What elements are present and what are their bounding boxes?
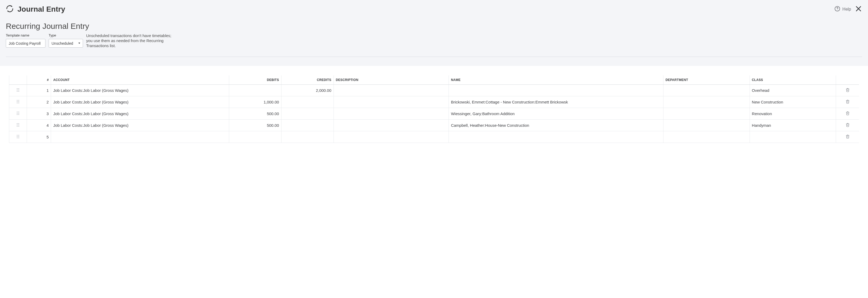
page-title: Journal Entry [18, 5, 65, 13]
cell-debits[interactable] [229, 85, 281, 96]
section-title: Recurring Journal Entry [6, 22, 862, 31]
svg-point-22 [19, 114, 19, 115]
col-class: CLASS [750, 75, 836, 85]
cell-name[interactable] [449, 131, 663, 143]
svg-point-29 [17, 135, 18, 136]
drag-handle[interactable] [9, 96, 27, 108]
journal-lines-table: # ACCOUNT DEBITS CREDITS DESCRIPTION NAM… [9, 75, 859, 143]
cell-debits[interactable] [229, 131, 281, 143]
svg-point-19 [17, 113, 18, 114]
cell-class[interactable]: Handyman [750, 119, 836, 131]
col-name: NAME [449, 75, 663, 85]
grip-icon [17, 111, 20, 116]
delete-row-button[interactable] [836, 96, 859, 108]
cell-name[interactable]: Wiessinger, Gary:Bathroom Addition [449, 108, 663, 119]
cell-class[interactable]: Overhead [750, 85, 836, 96]
trash-icon [845, 135, 850, 139]
svg-point-18 [19, 112, 19, 112]
svg-point-17 [17, 112, 18, 112]
cell-description[interactable] [334, 85, 449, 96]
drag-handle[interactable] [9, 85, 27, 96]
cell-description[interactable] [334, 131, 449, 143]
delete-row-button[interactable] [836, 119, 859, 131]
cell-num[interactable]: 5 [27, 131, 51, 143]
trash-icon [845, 100, 850, 105]
table-row[interactable]: 4Job Labor Costs:Job Labor (Gross Wages)… [9, 119, 859, 131]
svg-point-34 [19, 138, 19, 138]
svg-point-11 [17, 100, 18, 101]
delete-row-button[interactable] [836, 108, 859, 119]
grip-icon [17, 88, 20, 92]
svg-point-27 [17, 126, 18, 127]
cell-description[interactable] [334, 119, 449, 131]
cell-credits[interactable] [281, 131, 334, 143]
help-label: Help [842, 7, 851, 12]
cell-description[interactable] [334, 108, 449, 119]
svg-point-31 [17, 136, 18, 137]
cell-class[interactable] [750, 131, 836, 143]
cell-name[interactable]: Brickowski, Emmet:Cottage - New Construc… [449, 96, 663, 108]
type-hint: Unscheduled transactions don't have time… [86, 33, 174, 49]
col-debits: DEBITS [229, 75, 281, 85]
delete-row-button[interactable] [836, 85, 859, 96]
cell-description[interactable] [334, 96, 449, 108]
svg-point-13 [17, 101, 18, 102]
cell-account[interactable]: Job Labor Costs:Job Labor (Gross Wages) [51, 119, 229, 131]
cell-name[interactable] [449, 85, 663, 96]
cell-department[interactable] [663, 131, 750, 143]
drag-handle[interactable] [9, 131, 27, 143]
cell-num[interactable]: 4 [27, 119, 51, 131]
cell-debits[interactable]: 500.00 [229, 119, 281, 131]
cell-department[interactable] [663, 108, 750, 119]
col-num: # [27, 75, 51, 85]
cell-account[interactable]: Job Labor Costs:Job Labor (Gross Wages) [51, 96, 229, 108]
svg-point-24 [19, 123, 19, 124]
cell-name[interactable]: Campbell, Heather:House-New Construction [449, 119, 663, 131]
close-button[interactable] [855, 5, 862, 13]
delete-row-button[interactable] [836, 131, 859, 143]
cell-num[interactable]: 3 [27, 108, 51, 119]
table-row[interactable]: 5 [9, 131, 859, 143]
col-account: ACCOUNT [51, 75, 229, 85]
recurring-icon [6, 5, 14, 14]
drag-handle[interactable] [9, 119, 27, 131]
svg-point-5 [17, 88, 18, 89]
cell-credits[interactable] [281, 119, 334, 131]
svg-point-23 [17, 123, 18, 124]
cell-num[interactable]: 2 [27, 96, 51, 108]
svg-point-10 [19, 91, 19, 92]
cell-debits[interactable]: 500.00 [229, 108, 281, 119]
table-row[interactable]: 3Job Labor Costs:Job Labor (Gross Wages)… [9, 108, 859, 119]
cell-department[interactable] [663, 96, 750, 108]
cell-credits[interactable]: 2,000.00 [281, 85, 334, 96]
cell-account[interactable] [51, 131, 229, 143]
cell-debits[interactable]: 1,000.00 [229, 96, 281, 108]
cell-account[interactable]: Job Labor Costs:Job Labor (Gross Wages) [51, 85, 229, 96]
cell-class[interactable]: Renovation [750, 108, 836, 119]
cell-department[interactable] [663, 85, 750, 96]
help-link[interactable]: Help [834, 6, 851, 13]
trash-icon [845, 88, 850, 93]
col-credits: CREDITS [281, 75, 334, 85]
cell-account[interactable]: Job Labor Costs:Job Labor (Gross Wages) [51, 108, 229, 119]
svg-point-7 [17, 90, 18, 90]
drag-handle[interactable] [9, 108, 27, 119]
type-value: Unscheduled [52, 41, 73, 46]
cell-num[interactable]: 1 [27, 85, 51, 96]
template-name-input[interactable] [6, 39, 45, 48]
col-trash [836, 75, 859, 85]
svg-point-28 [19, 126, 19, 127]
cell-credits[interactable] [281, 96, 334, 108]
svg-point-12 [19, 100, 19, 101]
svg-point-20 [19, 113, 19, 114]
type-select[interactable]: Unscheduled [49, 39, 83, 48]
svg-point-33 [17, 138, 18, 138]
cell-credits[interactable] [281, 108, 334, 119]
cell-class[interactable]: New Construction [750, 96, 836, 108]
svg-point-14 [19, 101, 19, 102]
help-icon [834, 6, 840, 13]
trash-icon [845, 112, 850, 116]
table-row[interactable]: 2Job Labor Costs:Job Labor (Gross Wages)… [9, 96, 859, 108]
table-row[interactable]: 1Job Labor Costs:Job Labor (Gross Wages)… [9, 85, 859, 96]
cell-department[interactable] [663, 119, 750, 131]
